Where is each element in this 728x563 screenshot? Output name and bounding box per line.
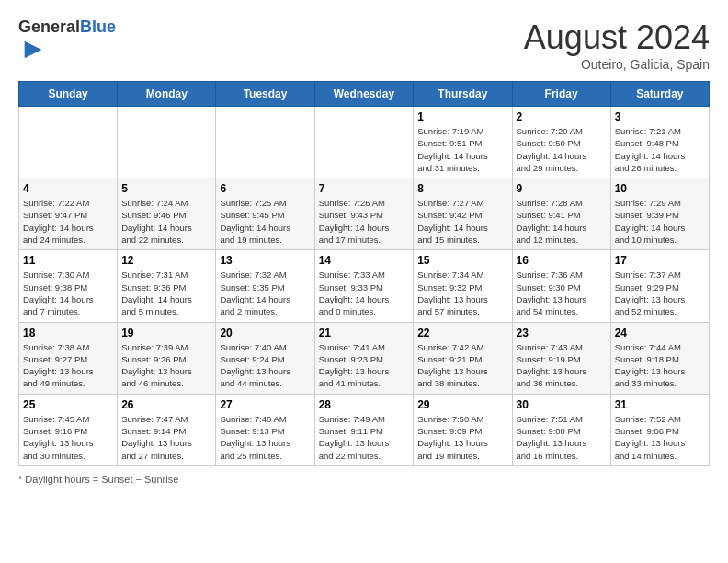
calendar-day: 7Sunrise: 7:26 AM Sunset: 9:43 PM Daylig… xyxy=(314,178,414,250)
page-header: GeneralBlue August 2024 Outeiro, Galicia… xyxy=(18,18,710,72)
calendar-day xyxy=(216,107,314,178)
calendar-day: 6Sunrise: 7:25 AM Sunset: 9:45 PM Daylig… xyxy=(216,178,314,250)
day-number: 15 xyxy=(417,254,507,267)
day-info: Sunrise: 7:45 AM Sunset: 9:16 PM Dayligh… xyxy=(23,413,113,462)
calendar-week-0: 1Sunrise: 7:19 AM Sunset: 9:51 PM Daylig… xyxy=(19,107,710,178)
day-info: Sunrise: 7:50 AM Sunset: 9:09 PM Dayligh… xyxy=(417,413,507,462)
day-info: Sunrise: 7:28 AM Sunset: 9:41 PM Dayligh… xyxy=(517,197,607,246)
day-info: Sunrise: 7:52 AM Sunset: 9:06 PM Dayligh… xyxy=(615,413,705,462)
calendar-day: 10Sunrise: 7:29 AM Sunset: 9:39 PM Dayli… xyxy=(610,178,709,250)
day-number: 8 xyxy=(417,182,507,195)
day-header-friday: Friday xyxy=(512,82,610,107)
calendar-week-2: 11Sunrise: 7:30 AM Sunset: 9:38 PM Dayli… xyxy=(19,250,710,322)
day-info: Sunrise: 7:31 AM Sunset: 9:36 PM Dayligh… xyxy=(121,269,211,317)
daylight-hours-label: Daylight hours xyxy=(25,474,89,485)
day-info: Sunrise: 7:41 AM Sunset: 9:23 PM Dayligh… xyxy=(319,341,410,390)
logo-general: General xyxy=(18,17,80,36)
logo-icon xyxy=(20,37,46,63)
day-info: Sunrise: 7:26 AM Sunset: 9:43 PM Dayligh… xyxy=(319,197,410,246)
day-info: Sunrise: 7:22 AM Sunset: 9:47 PM Dayligh… xyxy=(23,197,113,246)
day-number: 5 xyxy=(121,182,211,195)
location-subtitle: Outeiro, Galicia, Spain xyxy=(524,57,710,72)
day-number: 20 xyxy=(220,327,310,339)
day-number: 29 xyxy=(417,398,507,411)
footer: * Daylight hours = Sunset − Sunrise xyxy=(18,474,710,485)
calendar-header-row: SundayMondayTuesdayWednesdayThursdayFrid… xyxy=(19,82,710,107)
day-info: Sunrise: 7:49 AM Sunset: 9:11 PM Dayligh… xyxy=(319,413,410,462)
day-info: Sunrise: 7:27 AM Sunset: 9:42 PM Dayligh… xyxy=(417,197,507,246)
day-info: Sunrise: 7:37 AM Sunset: 9:29 PM Dayligh… xyxy=(615,269,705,317)
day-number: 30 xyxy=(517,398,607,411)
day-number: 2 xyxy=(517,110,607,123)
day-number: 4 xyxy=(23,182,113,195)
calendar-day: 13Sunrise: 7:32 AM Sunset: 9:35 PM Dayli… xyxy=(216,250,314,322)
day-number: 7 xyxy=(319,182,410,195)
calendar-day: 31Sunrise: 7:52 AM Sunset: 9:06 PM Dayli… xyxy=(610,394,709,465)
day-info: Sunrise: 7:34 AM Sunset: 9:32 PM Dayligh… xyxy=(417,269,507,317)
calendar-day: 26Sunrise: 7:47 AM Sunset: 9:14 PM Dayli… xyxy=(118,394,216,465)
calendar-day: 3Sunrise: 7:21 AM Sunset: 9:48 PM Daylig… xyxy=(610,107,709,178)
day-info: Sunrise: 7:32 AM Sunset: 9:35 PM Dayligh… xyxy=(220,269,310,317)
day-info: Sunrise: 7:33 AM Sunset: 9:33 PM Dayligh… xyxy=(319,269,410,317)
day-number: 16 xyxy=(517,254,607,267)
day-info: Sunrise: 7:51 AM Sunset: 9:08 PM Dayligh… xyxy=(517,413,607,462)
day-info: Sunrise: 7:36 AM Sunset: 9:30 PM Dayligh… xyxy=(517,269,607,317)
day-number: 11 xyxy=(23,254,113,267)
day-number: 14 xyxy=(319,254,410,267)
calendar-week-3: 18Sunrise: 7:38 AM Sunset: 9:27 PM Dayli… xyxy=(19,322,710,394)
day-number: 28 xyxy=(319,398,410,411)
day-header-wednesday: Wednesday xyxy=(314,82,414,107)
month-title: August 2024 xyxy=(524,18,710,57)
day-header-thursday: Thursday xyxy=(414,82,512,107)
calendar-day xyxy=(19,107,118,178)
day-info: Sunrise: 7:47 AM Sunset: 9:14 PM Dayligh… xyxy=(121,413,211,462)
day-number: 13 xyxy=(220,254,310,267)
day-number: 23 xyxy=(517,327,607,339)
calendar-day: 18Sunrise: 7:38 AM Sunset: 9:27 PM Dayli… xyxy=(19,322,118,394)
calendar-week-1: 4Sunrise: 7:22 AM Sunset: 9:47 PM Daylig… xyxy=(19,178,710,250)
day-number: 21 xyxy=(319,327,410,339)
day-number: 19 xyxy=(121,327,211,339)
day-info: Sunrise: 7:21 AM Sunset: 9:48 PM Dayligh… xyxy=(615,125,705,174)
svg-marker-0 xyxy=(25,40,42,58)
day-info: Sunrise: 7:43 AM Sunset: 9:19 PM Dayligh… xyxy=(517,341,607,390)
calendar-day: 2Sunrise: 7:20 AM Sunset: 9:50 PM Daylig… xyxy=(512,107,610,178)
day-info: Sunrise: 7:44 AM Sunset: 9:18 PM Dayligh… xyxy=(615,341,705,390)
calendar-day: 20Sunrise: 7:40 AM Sunset: 9:24 PM Dayli… xyxy=(216,322,314,394)
calendar-table: SundayMondayTuesdayWednesdayThursdayFrid… xyxy=(18,81,710,466)
day-header-tuesday: Tuesday xyxy=(216,82,314,107)
calendar-day: 30Sunrise: 7:51 AM Sunset: 9:08 PM Dayli… xyxy=(512,394,610,465)
day-number: 22 xyxy=(417,327,507,339)
logo-blue: Blue xyxy=(80,17,116,36)
day-info: Sunrise: 7:40 AM Sunset: 9:24 PM Dayligh… xyxy=(220,341,310,390)
calendar-day xyxy=(314,107,414,178)
calendar-day: 22Sunrise: 7:42 AM Sunset: 9:21 PM Dayli… xyxy=(414,322,512,394)
calendar-day: 17Sunrise: 7:37 AM Sunset: 9:29 PM Dayli… xyxy=(610,250,709,322)
calendar-day: 11Sunrise: 7:30 AM Sunset: 9:38 PM Dayli… xyxy=(19,250,118,322)
calendar-day xyxy=(118,107,216,178)
day-number: 1 xyxy=(417,110,507,123)
day-header-sunday: Sunday xyxy=(19,82,118,107)
day-info: Sunrise: 7:42 AM Sunset: 9:21 PM Dayligh… xyxy=(417,341,507,390)
logo: GeneralBlue xyxy=(18,18,116,66)
calendar-week-4: 25Sunrise: 7:45 AM Sunset: 9:16 PM Dayli… xyxy=(19,394,710,465)
day-number: 18 xyxy=(23,327,113,339)
day-info: Sunrise: 7:39 AM Sunset: 9:26 PM Dayligh… xyxy=(121,341,211,390)
day-info: Sunrise: 7:20 AM Sunset: 9:50 PM Dayligh… xyxy=(517,125,607,174)
day-number: 12 xyxy=(121,254,211,267)
calendar-day: 23Sunrise: 7:43 AM Sunset: 9:19 PM Dayli… xyxy=(512,322,610,394)
day-info: Sunrise: 7:19 AM Sunset: 9:51 PM Dayligh… xyxy=(417,125,507,174)
calendar-day: 19Sunrise: 7:39 AM Sunset: 9:26 PM Dayli… xyxy=(118,322,216,394)
day-info: Sunrise: 7:24 AM Sunset: 9:46 PM Dayligh… xyxy=(121,197,211,246)
day-info: Sunrise: 7:25 AM Sunset: 9:45 PM Dayligh… xyxy=(220,197,310,246)
calendar-day: 25Sunrise: 7:45 AM Sunset: 9:16 PM Dayli… xyxy=(19,394,118,465)
calendar-day: 24Sunrise: 7:44 AM Sunset: 9:18 PM Dayli… xyxy=(610,322,709,394)
calendar-day: 8Sunrise: 7:27 AM Sunset: 9:42 PM Daylig… xyxy=(414,178,512,250)
day-info: Sunrise: 7:29 AM Sunset: 9:39 PM Dayligh… xyxy=(615,197,705,246)
day-number: 3 xyxy=(615,110,705,123)
calendar-day: 4Sunrise: 7:22 AM Sunset: 9:47 PM Daylig… xyxy=(19,178,118,250)
calendar-day: 15Sunrise: 7:34 AM Sunset: 9:32 PM Dayli… xyxy=(414,250,512,322)
day-header-saturday: Saturday xyxy=(610,82,709,107)
day-number: 25 xyxy=(23,398,113,411)
calendar-day: 16Sunrise: 7:36 AM Sunset: 9:30 PM Dayli… xyxy=(512,250,610,322)
